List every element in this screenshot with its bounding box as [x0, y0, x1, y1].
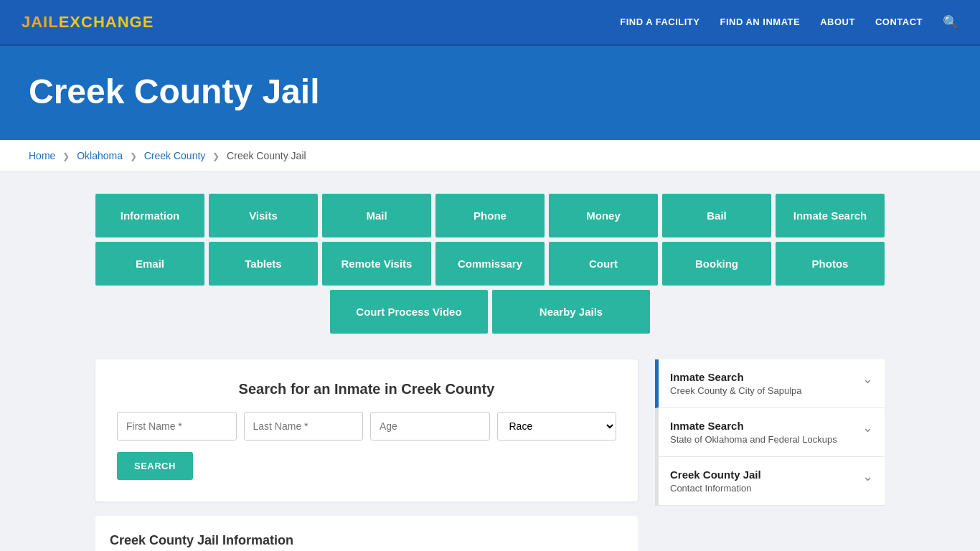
btn-tablets[interactable]: Tablets [209, 242, 318, 286]
btn-visits[interactable]: Visits [209, 194, 318, 237]
btn-photos[interactable]: Photos [776, 242, 885, 286]
sidebar-item-1-subtitle: Creek County & City of Sapulpa [670, 385, 802, 396]
logo-jail: JAIL [22, 13, 59, 31]
sidebar-item-1-title: Inmate Search [670, 371, 802, 383]
sidebar-item-3-text: Creek County Jail Contact Information [670, 468, 761, 494]
breadcrumb-creek-county[interactable]: Creek County [144, 150, 206, 161]
btn-nearby-jails[interactable]: Nearby Jails [492, 290, 650, 334]
sidebar-item-2-title: Inmate Search [670, 420, 837, 432]
breadcrumb: Home ❯ Oklahoma ❯ Creek County ❯ Creek C… [0, 140, 980, 172]
sidebar-item-3-subtitle: Contact Information [670, 483, 761, 494]
sidebar: Inmate Search Creek County & City of Sap… [655, 359, 885, 551]
nav-about[interactable]: ABOUT [820, 17, 855, 27]
search-form: Race [117, 412, 616, 441]
page-title: Creek County Jail [29, 72, 951, 111]
btn-email[interactable]: Email [95, 242, 204, 286]
btn-phone[interactable]: Phone [435, 194, 545, 237]
btn-booking[interactable]: Booking [662, 242, 771, 286]
breadcrumb-current: Creek County Jail [227, 150, 306, 161]
main-content: Information Visits Mail Phone Money Bail… [0, 172, 980, 551]
btn-information[interactable]: Information [95, 194, 204, 237]
chevron-down-icon-1: ⌄ [862, 371, 873, 387]
sidebar-item-1-text: Inmate Search Creek County & City of Sap… [670, 371, 802, 396]
btn-mail[interactable]: Mail [322, 194, 431, 237]
age-input[interactable] [370, 412, 490, 441]
navigation-buttons: Information Visits Mail Phone Money Bail… [95, 194, 885, 338]
search-button[interactable]: SEARCH [117, 452, 193, 480]
inmate-search-card: Search for an Inmate in Creek County Rac… [95, 359, 638, 501]
breadcrumb-sep-2: ❯ [130, 151, 137, 161]
btn-remote-visits[interactable]: Remote Visits [322, 242, 431, 286]
logo-exchange: EXCHANGE [59, 13, 154, 31]
nav-links: FIND A FACILITY FIND AN INMATE ABOUT CON… [620, 14, 958, 30]
nav-find-facility[interactable]: FIND A FACILITY [620, 17, 699, 27]
sidebar-item-2-subtitle: State of Oklahoma and Federal Lockups [670, 434, 837, 445]
last-name-input[interactable] [244, 412, 364, 441]
btn-money[interactable]: Money [549, 194, 658, 237]
sidebar-item-1[interactable]: Inmate Search Creek County & City of Sap… [655, 359, 885, 408]
bottom-section: Search for an Inmate in Creek County Rac… [95, 359, 885, 551]
chevron-down-icon-3: ⌄ [862, 468, 873, 484]
sidebar-item-2[interactable]: Inmate Search State of Oklahoma and Fede… [655, 408, 885, 457]
site-logo[interactable]: JAILEXCHANGE [22, 13, 154, 32]
sidebar-item-3[interactable]: Creek County Jail Contact Information ⌄ [655, 457, 885, 506]
left-column: Search for an Inmate in Creek County Rac… [95, 359, 638, 551]
button-row-2: Email Tablets Remote Visits Commissary C… [95, 242, 885, 286]
btn-bail[interactable]: Bail [662, 194, 771, 237]
info-title: Creek County Jail Information [110, 533, 623, 548]
breadcrumb-sep-1: ❯ [62, 151, 70, 161]
race-select[interactable]: Race [497, 412, 617, 441]
nav-contact[interactable]: CONTACT [875, 17, 923, 27]
sidebar-item-2-text: Inmate Search State of Oklahoma and Fede… [670, 420, 837, 445]
breadcrumb-oklahoma[interactable]: Oklahoma [77, 150, 123, 161]
info-section: Creek County Jail Information [95, 516, 638, 551]
button-row-1: Information Visits Mail Phone Money Bail… [95, 194, 885, 237]
nav-find-inmate[interactable]: FIND AN INMATE [720, 17, 800, 27]
hero-banner: Creek County Jail [0, 46, 980, 140]
btn-court[interactable]: Court [549, 242, 658, 286]
sidebar-item-3-title: Creek County Jail [670, 468, 761, 481]
breadcrumb-sep-3: ❯ [212, 151, 220, 161]
first-name-input[interactable] [117, 412, 237, 441]
button-row-3: Court Process Video Nearby Jails [95, 290, 885, 334]
chevron-down-icon-2: ⌄ [862, 420, 873, 435]
btn-inmate-search[interactable]: Inmate Search [776, 194, 885, 237]
btn-court-process-video[interactable]: Court Process Video [330, 290, 488, 334]
navbar: JAILEXCHANGE FIND A FACILITY FIND AN INM… [0, 0, 980, 46]
btn-commissary[interactable]: Commissary [435, 242, 545, 286]
search-title: Search for an Inmate in Creek County [117, 381, 616, 397]
breadcrumb-home[interactable]: Home [29, 150, 55, 161]
search-icon[interactable]: 🔍 [943, 14, 958, 30]
